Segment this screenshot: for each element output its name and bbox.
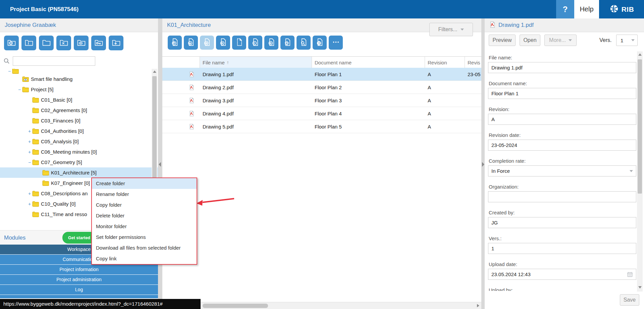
folder-icon (32, 118, 39, 123)
tree-item[interactable]: − (0, 69, 158, 74)
menu-item-delete-folder[interactable]: Delete folder (92, 210, 197, 221)
tree-item-c02_agreements[interactable]: C02_Agreements [0] (0, 105, 158, 115)
folder-icon (12, 69, 19, 74)
menu-item-monitor-folder[interactable]: Monitor folder (92, 221, 197, 232)
filters-button[interactable]: Filters... (429, 23, 473, 36)
file-row-drawing-4.pdf[interactable]: Drawing 4.pdfFloor Plan 4A (162, 107, 481, 120)
scroll-down-arrow-icon[interactable] (638, 286, 642, 289)
tree-item-c06_meeting[interactable]: +C06_Meeting minutes [0] (0, 147, 158, 157)
menu-item-copy-link[interactable]: Copy link (92, 253, 197, 264)
file-forward-button[interactable] (200, 36, 214, 50)
collapse-icon[interactable]: − (27, 160, 32, 165)
field-input[interactable]: 23-05-2024 (488, 140, 636, 151)
details-scrollbar-thumb[interactable] (638, 59, 642, 194)
column-header-icon[interactable] (162, 57, 200, 68)
horizontal-scrollbar[interactable] (162, 302, 481, 309)
cell-icon (162, 120, 200, 133)
expand-icon[interactable]: + (27, 201, 32, 207)
field-input[interactable] (488, 191, 636, 202)
delete-folder-button[interactable] (56, 36, 71, 50)
version-select[interactable]: 1 (616, 35, 638, 46)
file-download-button[interactable] (184, 36, 198, 50)
field-input[interactable]: Drawing 1.pdf (488, 62, 636, 73)
menu-item-rename-folder[interactable]: Rename folder (92, 189, 197, 200)
collapse-icon[interactable]: − (7, 69, 12, 74)
menu-item-set-folder-permissions[interactable]: Set folder permissions (92, 232, 197, 243)
open-button[interactable]: Open (520, 35, 540, 46)
folder-icon (32, 149, 39, 155)
folder-gear-button[interactable] (4, 36, 19, 50)
column-header-file-name[interactable]: File name↑ (200, 57, 312, 68)
file-share-button[interactable] (313, 36, 327, 50)
menu-item-download-all-files-from-selected-folder[interactable]: Download all files from selected folder (92, 243, 197, 253)
folder-icon (32, 149, 39, 155)
scroll-up-arrow-icon[interactable] (153, 70, 156, 73)
collapse-left-icon[interactable] (159, 162, 161, 167)
expand-icon[interactable]: + (27, 128, 32, 134)
details-scrollbar[interactable] (637, 51, 643, 292)
expand-icon[interactable]: + (27, 191, 32, 196)
file-add-button[interactable] (264, 36, 278, 50)
file-upload-button[interactable] (168, 36, 182, 50)
column-header-document-name[interactable]: Document name (312, 57, 425, 68)
field-input[interactable]: 23.05.2024 12:43 (488, 269, 636, 280)
calendar-icon[interactable] (627, 271, 633, 277)
file-row-drawing-2.pdf[interactable]: Drawing 2.pdfFloor Plan 2A (162, 81, 481, 94)
file-row-drawing-1.pdf[interactable]: Drawing 1.pdfFloor Plan 1A23-05 (162, 68, 481, 81)
field-input[interactable]: Floor Plan 1 (488, 88, 636, 99)
menu-item-create-folder[interactable]: Create folder (92, 178, 197, 189)
tree-item-smart[interactable]: Smart file handling (0, 74, 158, 84)
module-item-project-information[interactable]: Project information (0, 265, 158, 274)
file-delete-button[interactable] (216, 36, 230, 50)
field-label: Vers.: (489, 236, 636, 241)
file-gear-icon (283, 38, 292, 48)
save-button[interactable]: Save (620, 294, 639, 306)
tree-item-project[interactable]: −Project [5] (0, 84, 158, 95)
tree-item-c04_authorities[interactable]: +C04_Authorities [0] (0, 126, 158, 136)
expand-icon[interactable]: + (27, 149, 32, 155)
more-button[interactable]: More... (544, 35, 577, 46)
tree-item-c05_analysis[interactable]: +C05_Analysis [0] (0, 136, 158, 147)
folder-search-input[interactable] (13, 56, 95, 66)
preview-button[interactable]: Preview (489, 35, 516, 46)
collapse-icon[interactable]: − (17, 87, 22, 92)
file-preview-button[interactable] (297, 36, 311, 50)
tree-item-k01_architecture[interactable]: K01_Architecture [5] (0, 167, 158, 178)
file-copy-button[interactable] (232, 36, 246, 50)
field-select[interactable]: In Force (488, 165, 636, 176)
more-files-button[interactable] (329, 36, 343, 50)
download-folder-button[interactable] (109, 36, 123, 50)
horizontal-scrollbar-thumb[interactable] (203, 304, 268, 308)
collapse-right-icon[interactable] (482, 162, 484, 167)
column-header-revision[interactable]: Revision (425, 57, 465, 68)
tree-item-c07_geometry[interactable]: −C07_Geometry [5] (0, 157, 158, 167)
right-panel-divider[interactable] (481, 18, 485, 309)
file-info-button[interactable] (248, 36, 262, 50)
file-row-drawing-3.pdf[interactable]: Drawing 3.pdfFloor Plan 3A (162, 94, 481, 107)
tree-item-c01_basic[interactable]: C01_Basic [0] (0, 95, 158, 105)
tree-item-c03_finances[interactable]: C03_Finances [0] (0, 115, 158, 126)
left-panel-divider[interactable] (158, 18, 162, 309)
cell-file-name: Drawing 5.pdf (200, 120, 312, 133)
help-button[interactable]: Help (574, 0, 599, 18)
column-header-revis[interactable]: Revis (465, 57, 481, 68)
scroll-right-arrow-icon[interactable] (477, 304, 479, 307)
menu-item-copy-folder[interactable]: Copy folder (92, 200, 197, 210)
field-label: Revision date: (489, 132, 636, 138)
help-question-icon[interactable]: ? (556, 0, 574, 18)
folder-info-button[interactable] (21, 36, 36, 50)
monitor-folder-button[interactable] (74, 36, 89, 50)
file-row-drawing-5.pdf[interactable]: Drawing 5.pdfFloor Plan 5A (162, 120, 481, 133)
field-input[interactable]: JG (488, 217, 636, 228)
module-item-project-administration[interactable]: Project administration (0, 275, 158, 285)
field-input[interactable]: 1 (488, 243, 636, 254)
create-folder-button[interactable] (39, 36, 54, 50)
scroll-up-arrow-icon[interactable] (638, 53, 642, 56)
field-input[interactable]: A (488, 114, 636, 125)
folder-permissions-button[interactable] (91, 36, 106, 50)
module-item-partial[interactable] (0, 295, 158, 298)
expand-icon[interactable]: + (27, 139, 32, 144)
module-item-log[interactable]: Log (0, 285, 158, 295)
file-gear-button[interactable] (280, 36, 294, 50)
get-started-button[interactable]: Get started (62, 232, 96, 244)
